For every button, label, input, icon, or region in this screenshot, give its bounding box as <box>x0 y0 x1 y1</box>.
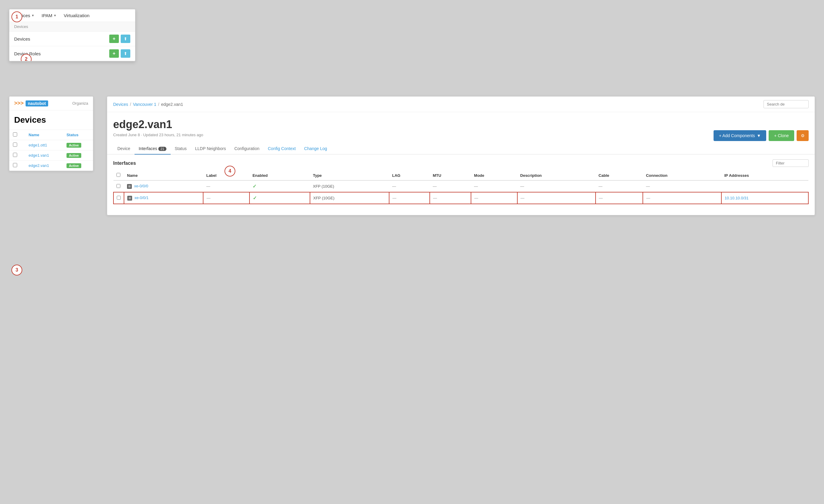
iface-lag-1: — <box>389 192 430 204</box>
nav-ipam-label: IPAM <box>41 13 53 18</box>
col-connection: Connection <box>643 170 721 180</box>
add-components-button[interactable]: + Add Components ▼ <box>714 130 766 141</box>
iface-select-all[interactable] <box>116 173 120 177</box>
col-description: Description <box>517 170 596 180</box>
col-lag: LAG <box>389 170 430 180</box>
iface-desc-1: — <box>517 192 596 204</box>
interfaces-title: Interfaces <box>113 160 136 166</box>
breadcrumb-sep-2: / <box>158 102 159 107</box>
device-status-badge-0: Active <box>67 143 81 148</box>
col-mode: Mode <box>471 170 517 180</box>
clone-button[interactable]: + Clone <box>768 130 794 141</box>
col-type: Type <box>310 170 389 180</box>
enabled-check-icon: ✓ <box>252 184 256 189</box>
tab-change-log[interactable]: Change Log <box>300 143 331 154</box>
iface-device-icon: ⊞ <box>127 196 132 201</box>
iface-enabled-1: ✓ <box>249 192 310 204</box>
iface-mtu-1: — <box>430 192 471 204</box>
iface-desc-0: — <box>517 180 596 192</box>
device-title: edge2.van1 <box>113 118 809 131</box>
tab-status[interactable]: Status <box>171 143 191 154</box>
tabs-bar: DeviceInterfaces21StatusLLDP NeighborsCo… <box>107 143 815 154</box>
iface-label-0: — <box>203 180 249 192</box>
interface-row: ⊞ xe-0/0/1 — ✓ XFP (10GE) — — — — — — 10… <box>113 192 808 204</box>
iface-enabled-0: ✓ <box>249 180 310 192</box>
ipam-chevron-icon: ▼ <box>54 14 57 17</box>
device-name-link-0[interactable]: edge1.ott1 <box>28 143 47 147</box>
step-circle-4: 4 <box>224 166 235 176</box>
interfaces-table: NameLabelEnabledTypeLAGMTUModeDescriptio… <box>113 170 809 204</box>
select-all-checkbox[interactable] <box>13 132 17 136</box>
nav-ipam-menu[interactable]: IPAM ▼ <box>41 13 56 18</box>
import-device-button[interactable]: ⬆ <box>121 34 130 43</box>
dropdown-devices-item[interactable]: Devices + ⬆ <box>9 31 135 46</box>
breadcrumb: Devices / Vancouver 1 / edge2.van1 <box>113 102 183 107</box>
iface-connection-0: — <box>643 180 721 192</box>
iface-cable-1: — <box>596 192 643 204</box>
step-circle-1: 1 <box>11 11 22 22</box>
iface-device-icon: ⊞ <box>127 184 132 189</box>
device-roles-action-buttons: + ⬆ <box>109 49 130 58</box>
tab-lldp-neighbors[interactable]: LLDP Neighbors <box>191 143 230 154</box>
col-name: Name <box>124 170 203 180</box>
clone-label: + Clone <box>774 133 789 138</box>
device-list-row: edge1.van1 Active <box>9 150 93 160</box>
device-row-checkbox-0[interactable] <box>13 142 17 147</box>
nautobot-logo: >>> nautobot <box>14 100 48 107</box>
col-status: Status <box>63 130 93 140</box>
tab-config-context[interactable]: Config Context <box>264 143 300 154</box>
iface-type-0: XFP (10GE) <box>310 180 389 192</box>
action-buttons: + Add Components ▼ + Clone ⚙ <box>714 130 809 141</box>
tab-configuration[interactable]: Configuration <box>230 143 264 154</box>
interface-row: ⊞ xe-0/0/0 — ✓ XFP (10GE) — — — — — — <box>113 180 808 192</box>
device-status-badge-2: Active <box>67 163 81 168</box>
nav-virtualization-label: Virtualization <box>64 13 90 18</box>
logo-arrows-icon: >>> <box>14 100 24 107</box>
iface-type-1: XFP (10GE) <box>310 192 389 204</box>
iface-ip-0 <box>721 180 808 192</box>
device-name-link-1[interactable]: edge1.van1 <box>28 153 49 157</box>
import-device-role-button[interactable]: ⬆ <box>121 49 130 58</box>
filter-input[interactable] <box>772 159 809 167</box>
tab-badge-1: 21 <box>158 147 166 151</box>
add-components-label: + Add Components <box>719 133 755 138</box>
sidebar-org-label: Organiza <box>72 101 88 106</box>
logo-text: nautobot <box>25 101 48 107</box>
more-actions-icon: ⚙ <box>801 133 805 138</box>
iface-label-1: — <box>203 192 249 204</box>
device-list-row: edge1.ott1 Active <box>9 140 93 150</box>
sidebar-panel: >>> nautobot Organiza Devices Name Statu… <box>9 96 93 171</box>
col-enabled: Enabled <box>249 170 310 180</box>
nav-dropdown-panel: Devices ▼ IPAM ▼ Virtualization Devices … <box>9 9 135 61</box>
main-content-panel: Devices / Vancouver 1 / edge2.van1 edge2… <box>107 96 815 215</box>
tab-interfaces[interactable]: Interfaces21 <box>134 143 171 154</box>
sidebar-header: >>> nautobot Organiza <box>9 97 93 110</box>
iface-mode-1: — <box>471 192 517 204</box>
ip-address-link[interactable]: 10.10.10.0/31 <box>725 196 749 200</box>
iface-row-checkbox-1[interactable] <box>117 196 121 200</box>
device-name-link-2[interactable]: edge2.van1 <box>28 163 49 168</box>
device-row-checkbox-2[interactable] <box>13 163 17 167</box>
nav-topbar: Devices ▼ IPAM ▼ Virtualization <box>9 9 135 22</box>
interfaces-header: Interfaces <box>113 159 809 167</box>
iface-ip-1: 10.10.10.0/31 <box>721 192 808 204</box>
add-device-role-button[interactable]: + <box>109 49 119 58</box>
more-actions-button[interactable]: ⚙ <box>797 130 809 141</box>
iface-name-link-1[interactable]: xe-0/0/1 <box>134 196 149 200</box>
col-mtu: MTU <box>430 170 471 180</box>
breadcrumb-site[interactable]: Vancouver 1 <box>133 102 157 107</box>
add-device-button[interactable]: + <box>109 34 119 43</box>
col-cable: Cable <box>596 170 643 180</box>
interfaces-section: Interfaces NameLabelEnabledTypeLAGMTUMod… <box>107 154 815 209</box>
breadcrumb-devices[interactable]: Devices <box>113 102 128 107</box>
search-input[interactable] <box>763 100 809 108</box>
enabled-check-icon: ✓ <box>253 196 257 201</box>
device-list-row: edge2.van1 Active <box>9 160 93 171</box>
nav-virtualization-menu[interactable]: Virtualization <box>64 13 90 18</box>
device-meta: Created June 8 · Updated 23 hours, 21 mi… <box>113 133 809 137</box>
iface-row-checkbox-0[interactable] <box>116 184 120 188</box>
device-row-checkbox-1[interactable] <box>13 153 17 157</box>
iface-name-link-0[interactable]: xe-0/0/0 <box>134 184 148 188</box>
devices-chevron-icon: ▼ <box>31 14 34 17</box>
tab-device[interactable]: Device <box>113 143 134 154</box>
